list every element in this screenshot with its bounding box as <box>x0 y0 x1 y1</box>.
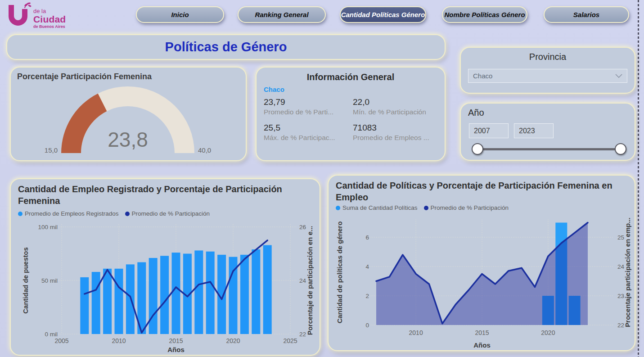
svg-text:2020: 2020 <box>226 337 240 344</box>
provincia-dropdown[interactable]: Chaco <box>468 69 627 83</box>
dashboard-page: de la Ciudad de Buenos Aires Inicio Rank… <box>0 0 644 357</box>
provincia-filter-card: Provincia Chaco <box>460 47 635 94</box>
gauge-card: Porcentaje Participación Femenina 23,815… <box>10 67 247 161</box>
svg-text:2015: 2015 <box>475 329 489 336</box>
bar-2011[interactable] <box>126 264 135 334</box>
provincia-selected-value: Chaco <box>473 72 492 80</box>
legend-dot-icon <box>424 206 428 210</box>
logo-text: de la Ciudad de Buenos Aires <box>33 8 66 29</box>
buenos-aires-logo: de la Ciudad de Buenos Aires <box>6 2 66 29</box>
svg-text:Cantidad de puestos: Cantidad de puestos <box>22 247 29 314</box>
year-slider-handle-right[interactable] <box>615 143 626 155</box>
info-title: Información General <box>264 72 437 82</box>
legend-label: Promedio de Empleos Registrados <box>25 210 119 217</box>
svg-text:2015: 2015 <box>169 337 183 344</box>
year-from-input[interactable]: 2007 <box>469 123 509 138</box>
legend-item-porcentaje-participacion[interactable]: Promedio de % Participación <box>424 204 509 211</box>
bar-2009[interactable] <box>103 269 112 334</box>
svg-text:2025: 2025 <box>283 337 297 344</box>
svg-text:0: 0 <box>365 322 369 329</box>
provincia-title: Provincia <box>461 52 635 62</box>
stat-label: Mín. de % Participación <box>353 108 437 116</box>
nav-button-inicio[interactable]: Inicio <box>136 6 224 23</box>
bar-2014[interactable] <box>160 256 169 334</box>
svg-text:2005: 2005 <box>54 337 68 344</box>
bar-2013[interactable] <box>149 258 158 334</box>
bar-2007[interactable] <box>80 277 89 334</box>
anio-filter-card: Año 2007 2023 <box>460 103 635 161</box>
svg-text:40,0: 40,0 <box>198 146 211 154</box>
combo-bar-area-chart: 201020152020024622232425AñosCantidad de … <box>329 215 635 351</box>
svg-text:Cantidad de políticas de géner: Cantidad de políticas de género <box>336 221 343 324</box>
page-edge-dotted-line <box>638 0 639 357</box>
svg-text:2020: 2020 <box>541 329 555 336</box>
combo-bar-line-chart: 200520102015202020250 mil50 mil100 mil22… <box>14 219 318 355</box>
legend-label: Suma de Cantidad Políticas <box>342 204 418 211</box>
stat-value: 71083 <box>353 123 437 133</box>
bar-2017[interactable] <box>194 250 203 334</box>
stat-min-participacion: 22,0 Mín. de % Participación <box>353 97 437 116</box>
info-card: Información General Chaco 23,79 Promedio… <box>256 67 446 161</box>
svg-text:23,8: 23,8 <box>108 128 148 151</box>
title-card: Políticas de Género <box>6 34 446 60</box>
svg-text:6: 6 <box>365 234 369 241</box>
svg-text:24: 24 <box>299 277 306 284</box>
bar-2015[interactable] <box>172 253 180 334</box>
bar-2023[interactable] <box>263 245 272 334</box>
page-title: Políticas de Género <box>165 40 287 54</box>
svg-text:50 mil: 50 mil <box>41 277 58 284</box>
bar-2018[interactable] <box>206 252 215 334</box>
chevron-down-icon <box>615 74 622 78</box>
chart2-title: Cantidad de Políticas y Porcentaje de Pa… <box>336 180 622 203</box>
svg-text:0 mil: 0 mil <box>45 331 58 338</box>
legend-item-porcentaje-participacion[interactable]: Promedio de % Participación <box>125 210 210 217</box>
svg-text:Procentaje participación en em: Procentaje participación en emp... <box>624 217 631 327</box>
nav-button-nombre-politicas-genero[interactable]: Nombre Políticas Género <box>442 6 527 23</box>
nav-button-salarios[interactable]: Salarios <box>544 6 629 23</box>
svg-text:15,0: 15,0 <box>45 146 58 154</box>
logo-u-icon <box>6 2 32 29</box>
stat-value: 25,5 <box>264 123 353 133</box>
year-slider-track[interactable] <box>478 148 620 150</box>
svg-text:26: 26 <box>299 224 306 230</box>
stat-max-participacion: 25,5 Máx. de % Participac... <box>264 123 353 142</box>
legend-item-empleos-registrados[interactable]: Promedio de Empleos Registrados <box>18 210 119 217</box>
chart1-title: Cantidad de Empleo Registrado y Porcenta… <box>18 183 288 207</box>
legend-label: Promedio de % Participación <box>431 204 509 211</box>
svg-text:23: 23 <box>617 293 624 299</box>
politicas-participacion-chart-card: Cantidad de Políticas y Porcentaje de Pa… <box>328 175 635 351</box>
svg-text:25: 25 <box>617 234 624 241</box>
stat-label: Promedio de % Parti... <box>264 108 353 116</box>
logo-line-2: Ciudad <box>33 14 66 25</box>
anio-title: Año <box>468 108 635 118</box>
nav-button-ranking-general[interactable]: Ranking General <box>238 6 326 23</box>
bar-2008[interactable] <box>92 272 100 334</box>
year-to-input[interactable]: 2023 <box>514 123 554 138</box>
svg-text:2010: 2010 <box>112 337 126 344</box>
svg-text:Porcentaje de participación en: Porcentaje de participación en e... <box>306 226 314 335</box>
empleo-participacion-chart-card: Cantidad de Empleo Registrado y Porcenta… <box>10 178 320 356</box>
svg-text:4: 4 <box>365 263 369 270</box>
svg-text:Años: Años <box>473 341 491 349</box>
stat-value: 23,79 <box>264 97 353 107</box>
info-stats-grid: 23,79 Promedio de % Parti... 22,0 Mín. d… <box>264 97 437 142</box>
gauge-chart: 23,815,040,0 <box>11 70 248 160</box>
stat-value: 22,0 <box>353 97 437 107</box>
svg-text:2: 2 <box>365 293 369 299</box>
bar-2021[interactable] <box>240 255 249 334</box>
logo-line-3: de Buenos Aires <box>33 25 66 29</box>
chart2-legend: Suma de Cantidad Políticas Promedio de %… <box>336 204 509 211</box>
logo-line-1: de la <box>33 8 66 14</box>
legend-item-cantidad-politicas[interactable]: Suma de Cantidad Políticas <box>336 204 418 211</box>
svg-text:22: 22 <box>299 331 306 338</box>
nav-button-cantidad-politicas-genero[interactable]: Cantidad Políticas Género <box>340 6 426 23</box>
svg-text:100 mil: 100 mil <box>38 224 58 230</box>
bar-2022[interactable] <box>252 249 260 334</box>
svg-text:2010: 2010 <box>409 329 423 336</box>
legend-label: Promedio de % Participación <box>132 210 210 217</box>
legend-dot-icon <box>125 212 130 216</box>
info-region-label: Chaco <box>264 86 437 93</box>
stat-promedio-participacion: 23,79 Promedio de % Parti... <box>264 97 353 116</box>
bar-2010[interactable] <box>115 269 123 334</box>
year-slider-handle-left[interactable] <box>472 143 483 155</box>
